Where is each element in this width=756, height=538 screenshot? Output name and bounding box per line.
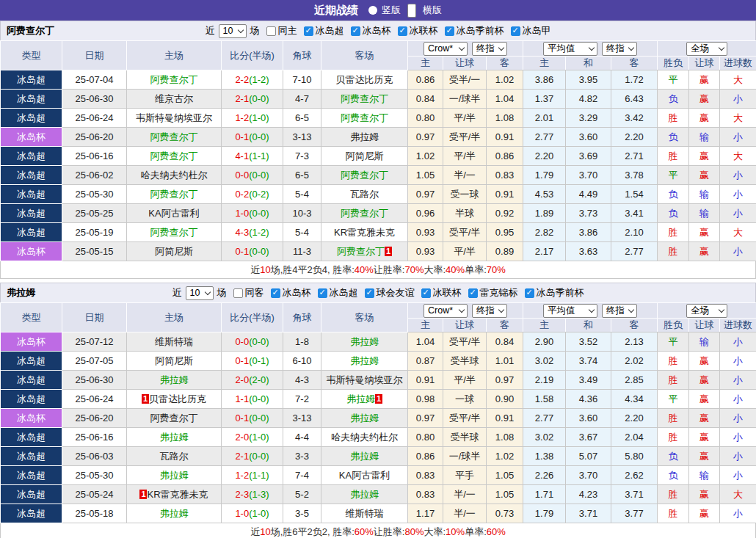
handicap-odds: 0.87 [408, 352, 443, 371]
league-checkbox[interactable] [511, 26, 520, 36]
handicap-odds: 受平/半 [443, 332, 487, 352]
match-row: 冰岛超25-07-05阿简尼斯0-1(0-1)6-10弗拉姆0.87受半球1.0… [1, 352, 756, 371]
away-team-cell: 弗拉姆 [321, 332, 408, 352]
col-corner: 角球 [283, 303, 321, 332]
handicap-odds: 0.91 [487, 128, 523, 147]
chevron-down-icon [237, 27, 243, 33]
handicap-odds: 1.17 [408, 504, 443, 523]
match-row: 冰岛杯25-06-20阿费查尔丁0-1(0-0)3-13弗拉姆0.97受平/半0… [1, 409, 756, 428]
header-row-selects: 类型日期主场比分(半场)角球客场Crow*终指平均值终指全场 [1, 41, 756, 57]
score-cell: 0-0(0-0) [222, 332, 283, 352]
league-checkbox[interactable] [318, 288, 327, 298]
col-odds-home: 主 [408, 319, 443, 332]
match-date: 25-05-18 [62, 504, 127, 523]
score-cell: 2-1(0-0) [222, 447, 283, 466]
league-checkbox[interactable] [468, 288, 478, 298]
away-team-name: 维斯特瑞 [346, 508, 384, 519]
result-cell: 平 [658, 70, 689, 90]
average-odds: 4.49 [566, 185, 611, 204]
average-odds: 5.80 [611, 447, 658, 466]
handicap-odds: 0.91 [487, 185, 523, 204]
average-odds: 4.36 [566, 390, 611, 409]
handicap-odds: 受平/半 [443, 223, 487, 242]
result-cell: 胜 [658, 485, 689, 504]
league-checkbox[interactable] [398, 26, 407, 36]
match-date: 25-06-16 [62, 428, 127, 447]
final-index-select-value: 终指 [606, 305, 625, 317]
fulltime-score: 2-0 [235, 432, 249, 443]
crow-select[interactable]: Crow* [424, 304, 468, 318]
average-select[interactable]: 平均值 [543, 304, 597, 318]
near-label: 近 [206, 24, 215, 37]
handicap-odds: 半/一 [443, 504, 487, 523]
result-cell: 小 [720, 447, 756, 466]
col-type: 类型 [1, 303, 62, 332]
match-row: 冰岛超25-05-241KR雷克雅未克2-3(1-3)5-2弗拉姆0.83半/一… [1, 485, 756, 504]
league-badge: 冰岛超 [1, 109, 62, 128]
match-row: 冰岛超25-05-19阿费查尔丁4-3(1-2)5-4KR雷克雅未克0.93受平… [1, 223, 756, 242]
corner-count: 4-4 [283, 428, 321, 447]
league-checkbox[interactable] [304, 26, 313, 36]
handicap-odds: 受平/半 [443, 409, 487, 428]
corner-count: 7-3 [283, 147, 321, 166]
recent-count-select[interactable]: 10 [186, 286, 214, 300]
handicap-group-header: Crow*终指 [408, 303, 523, 319]
recent-count-select[interactable]: 10 [219, 24, 247, 38]
same-venue-checkbox[interactable] [233, 288, 243, 298]
final-index-select[interactable]: 终指 [602, 42, 637, 56]
handicap-odds: 0.97 [487, 371, 523, 390]
full-match-select[interactable]: 全场 [686, 304, 727, 318]
crow-select[interactable]: Crow* [424, 42, 468, 56]
league-checkbox[interactable] [271, 288, 280, 298]
radio-vertical[interactable] [368, 6, 377, 15]
handicap-odds: 半/一 [443, 485, 487, 504]
home-team-name: 阿费查尔丁 [150, 131, 198, 142]
result-cell: 负 [658, 185, 689, 204]
league-badge: 冰岛杯 [1, 242, 62, 261]
same-venue-label: 同客 [245, 286, 264, 299]
col-result: 胜负 [658, 57, 689, 70]
page-title: 近期战绩 [314, 4, 358, 18]
handicap-group-header: Crow*终指 [408, 41, 523, 57]
league-checkbox[interactable] [525, 288, 534, 298]
average-odds: 1.54 [611, 185, 658, 204]
crow-select-value: Crow* [428, 43, 453, 54]
chevron-down-icon [498, 45, 504, 51]
league-checkbox[interactable] [365, 288, 374, 298]
away-team-cell: 弗拉姆 [321, 409, 408, 428]
full-match-select[interactable]: 全场 [686, 42, 727, 56]
score-cell: 2-0(1-0) [222, 428, 283, 447]
away-team-name: KA阿古雷利 [339, 470, 390, 481]
handicap-odds: 受半球 [443, 352, 487, 371]
match-date: 25-06-30 [62, 90, 127, 109]
away-team-name: 瓦路尔 [350, 189, 379, 200]
league-checkbox[interactable] [445, 26, 454, 36]
fulltime-score: 2-3 [235, 489, 249, 500]
home-team-name: KA阿古雷利 [148, 208, 199, 219]
same-venue-checkbox[interactable] [266, 26, 276, 36]
final-index-select[interactable]: 终指 [602, 304, 637, 318]
average-odds: 3.69 [566, 147, 611, 166]
handicap-odds: 受半球 [443, 428, 487, 447]
home-team-name: 阿费查尔丁 [150, 227, 198, 238]
league-checkbox[interactable] [421, 288, 431, 298]
radio-horizontal[interactable] [407, 4, 416, 18]
halftime-score: (0-0) [249, 246, 269, 257]
average-odds: 3.52 [566, 332, 611, 352]
final-index-select[interactable]: 终指 [472, 304, 507, 318]
chevron-down-icon [589, 45, 595, 51]
league-checkbox[interactable] [351, 26, 360, 36]
result-cell: 输 [689, 128, 720, 147]
score-cell: 0-2(0-2) [222, 185, 283, 204]
average-select[interactable]: 平均值 [543, 42, 597, 56]
radio-vertical-label: 竖版 [382, 4, 401, 17]
final-index-select[interactable]: 终指 [472, 42, 507, 56]
col-away: 客场 [321, 303, 408, 332]
col-odds-away: 客 [487, 319, 523, 332]
col-handicap-result: 让球 [689, 57, 720, 70]
handicap-odds: 0.73 [487, 504, 523, 523]
match-date: 25-05-19 [62, 223, 127, 242]
average-odds: 1.58 [523, 390, 566, 409]
title-bar: 近期战绩 竖版 横版 [0, 0, 756, 21]
result-cell: 胜 [658, 409, 689, 428]
